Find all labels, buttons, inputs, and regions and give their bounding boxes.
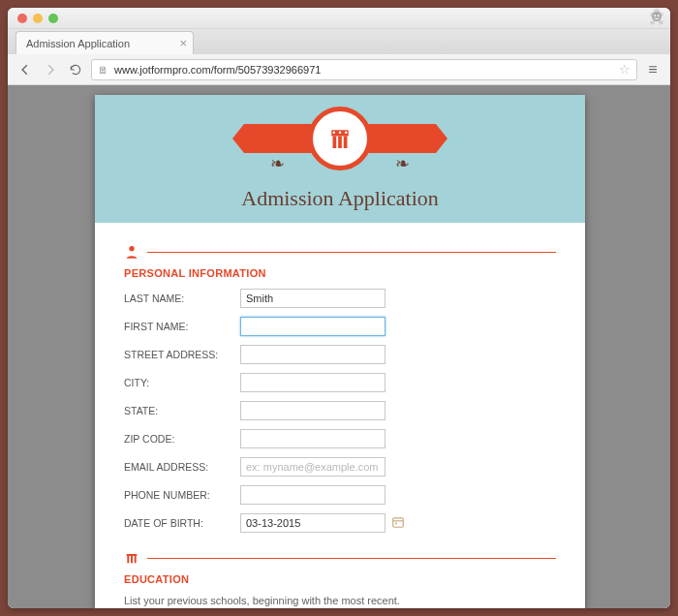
browser-window: Admission Application × 🗎 www.jotformpro… (8, 8, 670, 608)
svg-point-2 (658, 15, 660, 16)
label-dob: DATE OF BIRTH: (124, 517, 240, 529)
section-divider-education (124, 550, 556, 566)
svg-rect-13 (395, 522, 397, 524)
row-email: EMAIL ADDRESS: (124, 457, 556, 477)
svg-rect-4 (333, 137, 337, 149)
close-tab-icon[interactable]: × (173, 36, 187, 50)
label-phone: PHONE NUMBER: (124, 489, 240, 501)
row-state: STATE: (124, 401, 556, 420)
input-zip[interactable] (240, 429, 385, 448)
label-last-name: LAST NAME: (124, 293, 240, 304)
input-city[interactable] (240, 373, 385, 392)
header-emblem: ❧ ❧ (95, 107, 585, 170)
svg-rect-16 (131, 556, 133, 563)
section-divider-personal (124, 244, 556, 260)
section-title-education: EDUCATION (124, 573, 556, 585)
svg-point-8 (339, 132, 342, 135)
laurel-left-icon: ❧ (270, 153, 285, 174)
section-hint-education: List your previous schools, beginning wi… (124, 595, 556, 606)
row-first-name: FIRST NAME: (124, 317, 556, 336)
svg-point-7 (333, 132, 336, 135)
form-page: ❧ ❧ Admission Application PERSONAL INFOR… (95, 95, 585, 608)
back-button[interactable] (15, 60, 35, 79)
row-dob: DATE OF BIRTH: (124, 513, 556, 533)
section-title-personal: PERSONAL INFORMATION (124, 267, 556, 279)
form-body: PERSONAL INFORMATION LAST NAME: FIRST NA… (95, 223, 585, 608)
ribbon-left (244, 124, 312, 153)
building-icon (124, 550, 139, 566)
url-text: www.jotformpro.com/form/50573932966971 (114, 64, 619, 76)
svg-rect-11 (393, 517, 404, 526)
form-title: Admission Application (95, 186, 585, 211)
page-viewport: ❧ ❧ Admission Application PERSONAL INFOR… (8, 85, 670, 608)
chrome-menu-button[interactable]: ≡ (643, 60, 663, 79)
label-city: CITY: (124, 377, 240, 388)
form-header: ❧ ❧ Admission Application (95, 95, 585, 223)
calendar-icon[interactable] (391, 515, 405, 532)
svg-point-10 (129, 246, 134, 251)
window-titlebar (8, 8, 670, 29)
label-zip: ZIP CODE: (124, 433, 240, 445)
svg-rect-15 (127, 556, 129, 563)
input-first-name[interactable] (240, 317, 385, 336)
address-bar[interactable]: 🗎 www.jotformpro.com/form/50573932966971… (91, 59, 637, 80)
forward-button[interactable] (41, 60, 60, 79)
emblem-medallion (308, 107, 372, 170)
input-last-name[interactable] (240, 289, 385, 308)
page-icon: 🗎 (98, 64, 108, 76)
close-window-button[interactable] (17, 14, 27, 23)
traffic-lights (8, 14, 58, 23)
svg-point-0 (652, 12, 662, 21)
input-state[interactable] (240, 401, 385, 420)
ribbon-right (368, 124, 436, 153)
svg-point-1 (654, 15, 656, 16)
extension-icon[interactable] (647, 8, 670, 30)
minimize-window-button[interactable] (33, 14, 43, 23)
label-state: STATE: (124, 405, 240, 416)
svg-point-9 (345, 132, 348, 135)
row-last-name: LAST NAME: (124, 289, 556, 308)
input-street[interactable] (240, 345, 385, 364)
svg-rect-5 (338, 137, 342, 149)
laurel-right-icon: ❧ (395, 153, 410, 174)
svg-rect-6 (344, 137, 348, 149)
toolbar: 🗎 www.jotformpro.com/form/50573932966971… (8, 54, 670, 85)
zoom-window-button[interactable] (48, 14, 58, 23)
row-city: CITY: (124, 373, 556, 392)
bookmark-star-icon[interactable]: ☆ (619, 62, 631, 77)
browser-tab[interactable]: Admission Application × (15, 31, 194, 54)
row-phone: PHONE NUMBER: (124, 485, 556, 505)
svg-rect-14 (127, 554, 138, 556)
tab-strip: Admission Application × (8, 29, 670, 54)
row-street: STREET ADDRESS: (124, 345, 556, 364)
input-phone[interactable] (240, 485, 385, 505)
label-email: EMAIL ADDRESS: (124, 461, 240, 473)
tab-title: Admission Application (26, 38, 173, 49)
row-zip: ZIP CODE: (124, 429, 556, 448)
person-icon (124, 244, 139, 260)
svg-rect-17 (135, 556, 137, 563)
label-street: STREET ADDRESS: (124, 349, 240, 360)
input-dob[interactable] (240, 513, 385, 533)
reload-button[interactable] (66, 60, 85, 79)
label-first-name: FIRST NAME: (124, 321, 240, 332)
input-email[interactable] (240, 457, 385, 477)
